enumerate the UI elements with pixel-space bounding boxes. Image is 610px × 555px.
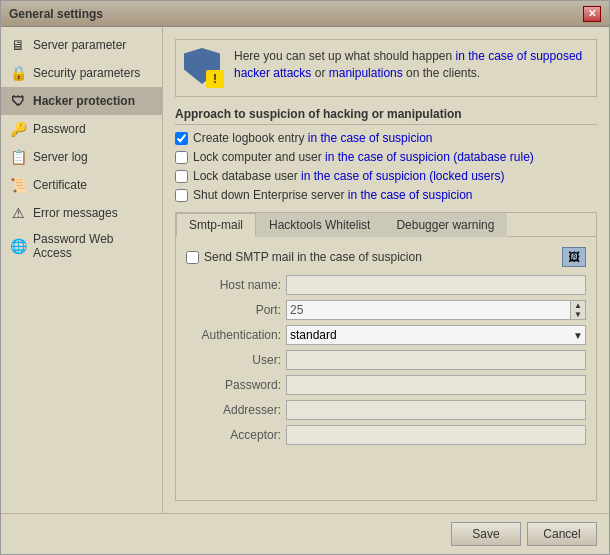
lock-computer-label: Lock computer and user in the case of su… bbox=[193, 150, 534, 164]
sidebar-item-error-messages[interactable]: ⚠ Error messages bbox=[1, 199, 162, 227]
host-name-input[interactable] bbox=[286, 275, 586, 295]
sidebar-item-password[interactable]: 🔑 Password bbox=[1, 115, 162, 143]
sidebar-item-server-parameter[interactable]: 🖥 Server parameter bbox=[1, 31, 162, 59]
port-spinner: ▲ ▼ bbox=[570, 300, 586, 320]
tabs-container: Smtp-mail Hacktools Whitelist Debugger w… bbox=[175, 212, 597, 501]
acceptor-input[interactable] bbox=[286, 425, 586, 445]
acceptor-label: Acceptor: bbox=[186, 428, 281, 442]
sidebar-item-security-parameters[interactable]: 🔒 Security parameters bbox=[1, 59, 162, 87]
smtp-icon-symbol: 🖼 bbox=[568, 250, 580, 264]
main-content: ! Here you can set up what should happen… bbox=[163, 27, 609, 513]
port-down-button[interactable]: ▼ bbox=[571, 310, 585, 319]
approach-section: Approach to suspicion of hacking or mani… bbox=[175, 107, 597, 202]
sidebar-item-server-log[interactable]: 📋 Server log bbox=[1, 143, 162, 171]
checkbox-row-logbook: Create logbook entry in the case of susp… bbox=[175, 131, 597, 145]
password-icon: 🔑 bbox=[9, 120, 27, 138]
sidebar-item-certificate[interactable]: 📜 Certificate bbox=[1, 171, 162, 199]
create-logbook-label: Create logbook entry in the case of susp… bbox=[193, 131, 432, 145]
host-name-row: Host name: bbox=[186, 275, 586, 295]
authentication-label: Authentication: bbox=[186, 328, 281, 342]
lock-database-label: Lock database user in the case of suspic… bbox=[193, 169, 505, 183]
port-row: Port: ▲ ▼ bbox=[186, 300, 586, 320]
cancel-button[interactable]: Cancel bbox=[527, 522, 597, 546]
password-row: Password: bbox=[186, 375, 586, 395]
shut-down-label: Shut down Enterprise server in the case … bbox=[193, 188, 473, 202]
password-label: Password bbox=[33, 122, 86, 136]
port-up-button[interactable]: ▲ bbox=[571, 301, 585, 310]
checkbox-row-shut-down: Shut down Enterprise server in the case … bbox=[175, 188, 597, 202]
password-web-access-label: Password Web Access bbox=[33, 232, 154, 261]
hacker-protection-label: Hacker protection bbox=[33, 94, 135, 108]
sidebar-item-hacker-protection[interactable]: 🛡 Hacker protection bbox=[1, 87, 162, 115]
smtp-header-row: Send SMTP mail in the case of suspicion … bbox=[186, 247, 586, 267]
tab-smtp-mail[interactable]: Smtp-mail bbox=[176, 213, 256, 237]
acceptor-row: Acceptor: bbox=[186, 425, 586, 445]
section-title: Approach to suspicion of hacking or mani… bbox=[175, 107, 597, 125]
window-title: General settings bbox=[9, 7, 103, 21]
sidebar: 🖥 Server parameter 🔒 Security parameters… bbox=[1, 27, 163, 513]
addresser-label: Addresser: bbox=[186, 403, 281, 417]
addresser-input[interactable] bbox=[286, 400, 586, 420]
user-row: User: bbox=[186, 350, 586, 370]
send-smtp-checkbox[interactable] bbox=[186, 251, 199, 264]
authentication-row: Authentication: standard none login CRAM… bbox=[186, 325, 586, 345]
window-footer: Save Cancel bbox=[1, 513, 609, 554]
warning-icon: ! bbox=[206, 70, 224, 88]
error-messages-icon: ⚠ bbox=[9, 204, 27, 222]
close-button[interactable]: ✕ bbox=[583, 6, 601, 22]
port-input[interactable] bbox=[286, 300, 570, 320]
smtp-send-row: Send SMTP mail in the case of suspicion bbox=[186, 250, 422, 264]
server-log-icon: 📋 bbox=[9, 148, 27, 166]
security-parameters-icon: 🔒 bbox=[9, 64, 27, 82]
info-text: Here you can set up what should happen i… bbox=[234, 48, 588, 82]
tab-hacktools-whitelist[interactable]: Hacktools Whitelist bbox=[256, 213, 383, 237]
tab-bar: Smtp-mail Hacktools Whitelist Debugger w… bbox=[176, 213, 596, 237]
port-label: Port: bbox=[186, 303, 281, 317]
sidebar-item-password-web-access[interactable]: 🌐 Password Web Access bbox=[1, 227, 162, 266]
certificate-label: Certificate bbox=[33, 178, 87, 192]
password-web-access-icon: 🌐 bbox=[9, 237, 27, 255]
checkbox-group: Create logbook entry in the case of susp… bbox=[175, 131, 597, 202]
checkbox-row-lock-computer: Lock computer and user in the case of su… bbox=[175, 150, 597, 164]
password-input[interactable] bbox=[286, 375, 586, 395]
error-messages-label: Error messages bbox=[33, 206, 118, 220]
smtp-tab-content: Send SMTP mail in the case of suspicion … bbox=[176, 237, 596, 460]
user-input[interactable] bbox=[286, 350, 586, 370]
port-wrapper: ▲ ▼ bbox=[286, 300, 586, 320]
title-bar: General settings ✕ bbox=[1, 1, 609, 27]
host-name-label: Host name: bbox=[186, 278, 281, 292]
info-icon: ! bbox=[184, 48, 224, 88]
lock-database-checkbox[interactable] bbox=[175, 170, 188, 183]
main-window: General settings ✕ 🖥 Server parameter 🔒 … bbox=[0, 0, 610, 555]
security-parameters-label: Security parameters bbox=[33, 66, 140, 80]
create-logbook-checkbox[interactable] bbox=[175, 132, 188, 145]
checkbox-row-lock-database: Lock database user in the case of suspic… bbox=[175, 169, 597, 183]
tab-debugger-warning[interactable]: Debugger warning bbox=[383, 213, 507, 237]
authentication-select[interactable]: standard none login CRAM-MD5 bbox=[286, 325, 586, 345]
user-label: User: bbox=[186, 353, 281, 367]
addresser-row: Addresser: bbox=[186, 400, 586, 420]
send-smtp-label: Send SMTP mail in the case of suspicion bbox=[204, 250, 422, 264]
lock-computer-checkbox[interactable] bbox=[175, 151, 188, 164]
info-banner: ! Here you can set up what should happen… bbox=[175, 39, 597, 97]
certificate-icon: 📜 bbox=[9, 176, 27, 194]
server-log-label: Server log bbox=[33, 150, 88, 164]
server-parameter-label: Server parameter bbox=[33, 38, 126, 52]
hacker-protection-icon: 🛡 bbox=[9, 92, 27, 110]
password-label: Password: bbox=[186, 378, 281, 392]
shut-down-checkbox[interactable] bbox=[175, 189, 188, 202]
server-parameter-icon: 🖥 bbox=[9, 36, 27, 54]
authentication-wrapper: standard none login CRAM-MD5 ▼ bbox=[286, 325, 586, 345]
smtp-config-icon[interactable]: 🖼 bbox=[562, 247, 586, 267]
window-body: 🖥 Server parameter 🔒 Security parameters… bbox=[1, 27, 609, 513]
save-button[interactable]: Save bbox=[451, 522, 521, 546]
